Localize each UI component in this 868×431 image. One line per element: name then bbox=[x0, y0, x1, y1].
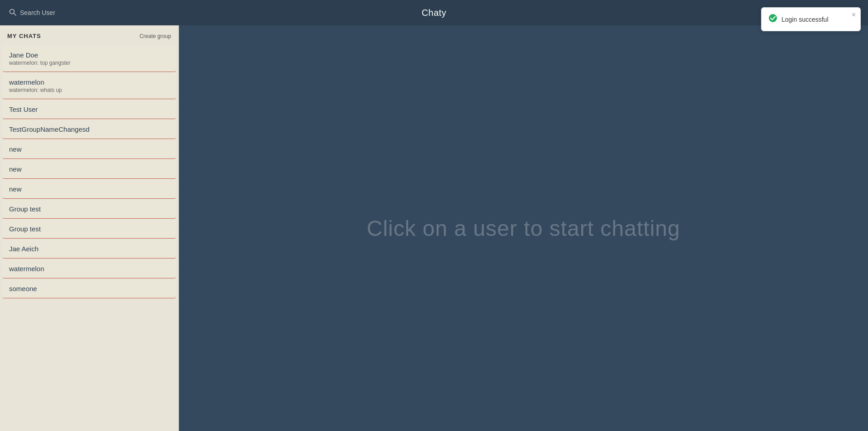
chat-item[interactable]: Group test bbox=[3, 200, 176, 219]
svg-line-1 bbox=[14, 13, 16, 15]
chat-item-preview: watermelon: whats up bbox=[9, 87, 169, 93]
chat-item[interactable]: watermelon bbox=[3, 259, 176, 278]
main-layout: MY CHATS Create group Jane Doewatermelon… bbox=[0, 25, 868, 431]
chat-item-name: new bbox=[9, 165, 169, 173]
chat-item-name: TestGroupNameChangesd bbox=[9, 125, 169, 133]
chat-list: Jane Doewatermelon: top gangsterwatermel… bbox=[0, 45, 178, 299]
chat-item-name: watermelon bbox=[9, 265, 169, 273]
main-content: Click on a user to start chatting bbox=[179, 25, 868, 431]
chat-item-name: Test User bbox=[9, 105, 169, 113]
chat-item[interactable]: Test User bbox=[3, 100, 176, 119]
create-group-button[interactable]: Create group bbox=[140, 33, 171, 39]
chat-item[interactable]: Jae Aeich bbox=[3, 239, 176, 259]
toast-success-icon bbox=[769, 14, 777, 24]
toast-close-button[interactable]: × bbox=[852, 11, 856, 19]
sidebar-header: MY CHATS Create group bbox=[0, 25, 178, 45]
chat-item[interactable]: Jane Doewatermelon: top gangster bbox=[3, 46, 176, 72]
chat-item-preview: watermelon: top gangster bbox=[9, 60, 169, 66]
app-title: Chaty bbox=[422, 8, 447, 18]
chat-item-name: watermelon bbox=[9, 78, 169, 86]
chat-item-name: new bbox=[9, 185, 169, 193]
search-icon bbox=[9, 9, 16, 17]
chat-item[interactable]: new bbox=[3, 160, 176, 179]
chat-item[interactable]: new bbox=[3, 180, 176, 199]
chat-item-name: Jane Doe bbox=[9, 51, 169, 59]
chat-item-name: Group test bbox=[9, 225, 169, 233]
chat-item-name: Jae Aeich bbox=[9, 245, 169, 253]
toast-message: Login successful bbox=[781, 16, 829, 23]
app-header: Search User Chaty bbox=[0, 0, 868, 25]
chat-item[interactable]: watermelonwatermelon: whats up bbox=[3, 73, 176, 99]
chat-item[interactable]: someone bbox=[3, 279, 176, 298]
chat-item-name: new bbox=[9, 145, 169, 153]
chat-item[interactable]: new bbox=[3, 140, 176, 159]
toast-notification: Login successful × bbox=[761, 7, 861, 31]
chat-item-name: Group test bbox=[9, 205, 169, 213]
search-user-button[interactable]: Search User bbox=[9, 9, 55, 17]
search-user-label: Search User bbox=[20, 9, 55, 16]
chat-item-name: someone bbox=[9, 285, 169, 292]
svg-point-2 bbox=[769, 14, 777, 22]
chat-item[interactable]: TestGroupNameChangesd bbox=[3, 120, 176, 139]
my-chats-title: MY CHATS bbox=[7, 33, 41, 39]
placeholder-text: Click on a user to start chatting bbox=[367, 216, 680, 241]
sidebar: MY CHATS Create group Jane Doewatermelon… bbox=[0, 25, 179, 431]
chat-item[interactable]: Group test bbox=[3, 220, 176, 239]
